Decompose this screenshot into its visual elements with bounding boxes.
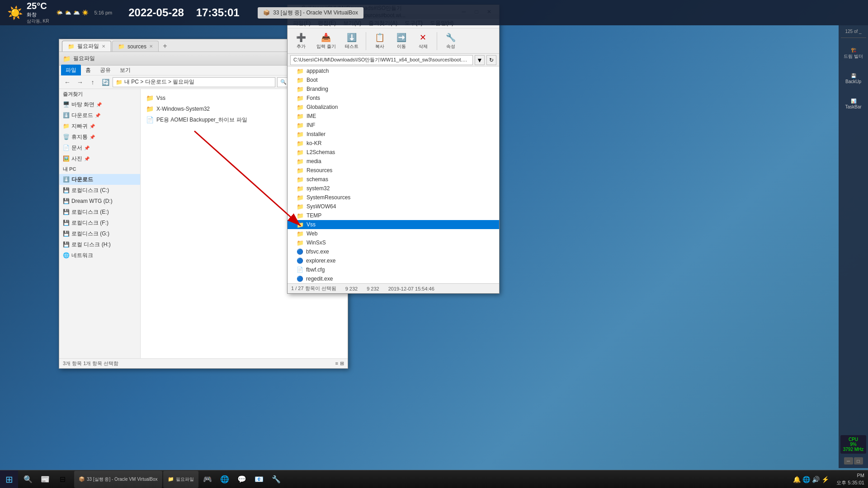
- wim-item-boot[interactable]: 📁 Boot: [288, 75, 499, 84]
- wim-item-ime[interactable]: 📁 IME: [288, 112, 499, 121]
- wim-item-fbwf[interactable]: 📄 fbwf.cfg: [288, 265, 499, 274]
- move-icon: ➡️: [396, 33, 406, 42]
- wim-item-web[interactable]: 📁 Web: [288, 229, 499, 238]
- wim-refresh-btn[interactable]: ↻: [486, 55, 496, 65]
- tab-sources-close[interactable]: ✕: [149, 44, 153, 49]
- grid-view-icon[interactable]: ⊞: [340, 361, 344, 366]
- tab-pilyo-close[interactable]: ✕: [102, 44, 105, 49]
- taskbar-btn[interactable]: 📊 TaskBar: [841, 92, 866, 116]
- sidebar-item-desktop[interactable]: 🖥️ 바탕 화면 📌: [59, 99, 140, 110]
- taskbar-icon-2[interactable]: 🌐: [217, 471, 233, 488]
- tab-add-btn[interactable]: +: [160, 41, 170, 52]
- forward-btn[interactable]: →: [75, 77, 85, 88]
- wim-item-winsxs[interactable]: 📁 WinSxS: [288, 238, 499, 247]
- taskbar-multitask-icon[interactable]: ⊟: [54, 471, 71, 488]
- tray-icon-2[interactable]: 🌐: [802, 476, 810, 483]
- sidebar-item-mydownload[interactable]: ⬇️ 다운로드: [59, 174, 140, 185]
- wim-item-system32[interactable]: 📁 system32: [288, 184, 499, 193]
- taskbar-widgets-icon[interactable]: 📰: [37, 471, 53, 488]
- wim-item-kokr[interactable]: 📁 ko-KR: [288, 139, 499, 148]
- wim-item-fonts[interactable]: 📁 Fonts: [288, 94, 499, 103]
- sidebar-item-network[interactable]: 🌐 네트워크: [59, 250, 140, 261]
- folder-winsxs: 📁: [297, 239, 304, 246]
- wim-move-btn[interactable]: ➡️ 이동: [392, 31, 411, 52]
- wim-item-regedit[interactable]: 🔵 regedit.exe: [288, 274, 499, 283]
- menu-home[interactable]: 홈: [81, 65, 95, 76]
- wim-item-bfsvc[interactable]: 🔵 bfsvc.exe: [288, 247, 499, 256]
- sidebar-item-h[interactable]: 💾 로컬 디스크 (H:): [59, 239, 140, 250]
- panel-maximize[interactable]: □: [854, 457, 863, 465]
- wim-test-btn[interactable]: ⬇️ 테스트: [341, 31, 362, 52]
- label-l2schemas: L2Schemas: [307, 149, 335, 155]
- up-btn[interactable]: ↑: [87, 77, 98, 88]
- wim-item-sysresources[interactable]: 📁 SystemResources: [288, 193, 499, 202]
- wim-input-btn[interactable]: 📥 입력 즐기: [313, 31, 340, 52]
- dream-builder-btn[interactable]: 🏗️ 드림 빌더: [841, 42, 866, 65]
- sidebar-item-e[interactable]: 💾 로컬디스크 (E:): [59, 206, 140, 217]
- wim-delete-btn[interactable]: ✕ 삭제: [413, 31, 433, 52]
- wim-status-size1: 9 232: [345, 286, 358, 291]
- tab-pilyo[interactable]: 📁 필요파일 ✕: [62, 41, 111, 52]
- wim-props-btn[interactable]: 🔧 속성: [441, 31, 461, 52]
- wim-item-explorer[interactable]: 🔵 explorer.exe: [288, 256, 499, 265]
- sidebar-h-label: 로컬 디스크 (H:): [71, 241, 111, 249]
- wim-item-branding[interactable]: 📁 Branding: [288, 84, 499, 94]
- tray-icon-3[interactable]: 🔊: [812, 476, 820, 483]
- tray-icon-4[interactable]: ⚡: [821, 476, 829, 483]
- taskbar-icon-5[interactable]: 🔧: [268, 471, 284, 488]
- taskbar-search-icon[interactable]: 🔍: [20, 471, 36, 488]
- folder-inf: 📁: [297, 122, 304, 129]
- menu-file[interactable]: 파일: [61, 65, 81, 76]
- back-btn[interactable]: ←: [62, 77, 73, 88]
- taskbar-icon-1[interactable]: 🎮: [199, 471, 216, 488]
- sidebar-item-g[interactable]: 💾 로컬디스크 (G:): [59, 228, 140, 239]
- tab-sources[interactable]: 📁 sources ✕: [112, 41, 159, 52]
- wim-item-inf[interactable]: 📁 INF: [288, 121, 499, 130]
- add-icon: ➕: [296, 33, 306, 42]
- menu-view[interactable]: 보기: [115, 65, 135, 76]
- taskbar-icon-3[interactable]: 💬: [234, 471, 250, 488]
- sidebar-item-trash[interactable]: 🗑️ 휴지통 📌: [59, 131, 140, 142]
- panel-minimize[interactable]: ─: [844, 457, 853, 465]
- sidebar-item-download[interactable]: ⬇️ 다운로드 📌: [59, 110, 140, 121]
- wim-item-globalization[interactable]: 📁 Globalization: [288, 103, 499, 112]
- wim-item-temp[interactable]: 📁 TEMP: [288, 211, 499, 220]
- sidebar-item-f[interactable]: 💾 로컬디스크 (F:): [59, 217, 140, 228]
- wim-item-installer[interactable]: 📁 Installer: [288, 130, 499, 139]
- props-label: 속성: [446, 43, 455, 50]
- tab-pilyo-label: 필요파일: [77, 42, 99, 50]
- wim-item-syswow64[interactable]: 📁 SysWOW64: [288, 202, 499, 211]
- address-input[interactable]: 📁 내 PC > 다운로드 > 필요파일: [113, 77, 275, 87]
- wim-item-apppatch[interactable]: 📁 apppatch: [288, 66, 499, 75]
- sidebar-item-jippagwi[interactable]: 📁 지빠귀 📌: [59, 121, 140, 131]
- taskbar-app-explorer[interactable]: 📁 필요파일: [163, 471, 198, 488]
- wim-item-vss[interactable]: 📁 Vss: [288, 220, 499, 229]
- menu-share[interactable]: 공유: [95, 65, 115, 76]
- refresh-btn[interactable]: 🔄: [100, 77, 111, 88]
- list-view-icon[interactable]: ≡: [335, 361, 338, 366]
- wim-copy-btn[interactable]: 📋 복사: [370, 31, 390, 52]
- backup-btn[interactable]: 💾 BackUp: [841, 67, 866, 90]
- pin-icon: 📌: [96, 102, 102, 107]
- wim-item-schemas[interactable]: 📁 schemas: [288, 175, 499, 184]
- tray-icon-1[interactable]: 🔔: [793, 476, 801, 483]
- sidebar-item-docs[interactable]: 📄 문서 📌: [59, 142, 140, 153]
- backup-icon: 💾: [851, 73, 856, 78]
- taskbar-icon-4[interactable]: 📧: [251, 471, 267, 488]
- label-boot: Boot: [307, 77, 318, 83]
- start-button[interactable]: ⊞: [0, 470, 18, 488]
- sidebar-item-c[interactable]: 💾 로컬디스크 (C:): [59, 185, 140, 196]
- virtualbox-tab[interactable]: 📦 33 [실행 중] - Oracle VM VirtualBox: [258, 7, 363, 19]
- sidebar-item-d[interactable]: 💾 Dream WTG (D:): [59, 196, 140, 206]
- taskbar-app-vbox[interactable]: 📦 33 [실행 중] - Oracle VM VirtualBox: [74, 471, 162, 488]
- folder-installer: 📁: [297, 131, 304, 138]
- wim-address-dropdown[interactable]: ▼: [475, 55, 485, 65]
- wim-item-resources[interactable]: 📁 Resources: [288, 166, 499, 175]
- label-system32: system32: [307, 185, 330, 192]
- sidebar-item-photos[interactable]: 🖼️ 사진 📌: [59, 153, 140, 164]
- wim-add-btn[interactable]: ➕ 추가: [291, 31, 311, 52]
- wim-item-media[interactable]: 📁 media: [288, 157, 499, 166]
- taskbar-clock[interactable]: PM 오후 5:35:01: [833, 472, 868, 486]
- wim-item-l2schemas[interactable]: 📁 L2Schemas: [288, 148, 499, 157]
- wim-address-input[interactable]: C:\Users\CHUM\Downloads\ISO만들기\WW11_x64_…: [290, 55, 473, 65]
